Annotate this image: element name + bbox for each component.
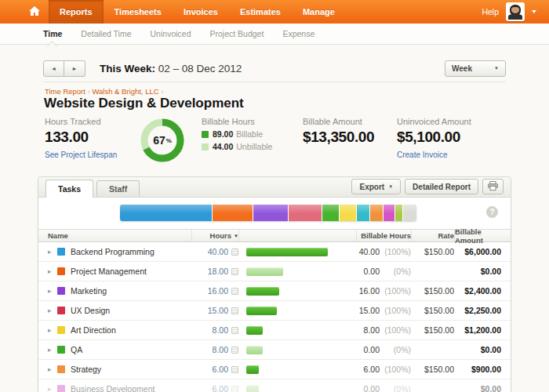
period-select[interactable]: Week ▼ xyxy=(445,60,506,77)
timesheet-note-icon[interactable] xyxy=(231,347,238,354)
timesheet-note-icon[interactable] xyxy=(231,327,238,334)
home-button[interactable] xyxy=(20,0,49,24)
rate-cell: $150.00 xyxy=(411,286,454,296)
unbillable-swatch-icon xyxy=(202,143,209,151)
topnav-item-invoices[interactable]: Invoices xyxy=(173,0,229,24)
hours-cell: 16.00 xyxy=(191,286,238,296)
expand-arrow-icon[interactable]: ▸ xyxy=(48,346,56,354)
expand-arrow-icon[interactable]: ▸ xyxy=(48,326,56,334)
subnav-item-time[interactable]: Time xyxy=(43,29,62,38)
timesheet-note-icon[interactable] xyxy=(231,366,238,373)
expand-arrow-icon[interactable]: ▸ xyxy=(48,267,56,275)
bar-segment[interactable] xyxy=(357,205,370,221)
hours-bar xyxy=(246,385,259,392)
chart-help-icon[interactable]: ? xyxy=(486,206,498,218)
table-row: ▸UX Design15.0015.00(100%)$150.00$2,250.… xyxy=(38,301,511,321)
billable-hours-value: 0.00 xyxy=(364,267,380,276)
next-week-button[interactable]: ► xyxy=(64,60,85,77)
header-divider xyxy=(43,82,506,82)
bar-segment[interactable] xyxy=(395,205,402,221)
bar-segment[interactable] xyxy=(384,205,395,221)
project-lifespan-link[interactable]: See Project Lifespan xyxy=(45,151,140,159)
user-avatar[interactable] xyxy=(506,2,525,21)
task-color-swatch-icon xyxy=(57,248,65,256)
amount-cell: $6,000.00 xyxy=(454,247,511,256)
column-rate[interactable]: Rate xyxy=(411,230,454,241)
bar-segment[interactable] xyxy=(340,205,357,221)
hours-cell: 8.00 xyxy=(191,325,238,335)
account-menu-caret-icon[interactable] xyxy=(532,10,536,13)
subnav-item-project-budget[interactable]: Project Budget xyxy=(209,29,264,38)
hours-value: 6.00 xyxy=(213,365,228,374)
billable-hours-value: 8.00 xyxy=(364,325,380,335)
task-color-swatch-icon xyxy=(57,385,65,392)
column-hours[interactable]: Hours ▼ xyxy=(191,230,238,241)
hours-value: 40.00 xyxy=(208,247,228,256)
bar-segment[interactable] xyxy=(120,205,213,221)
task-color-swatch-icon xyxy=(57,346,65,354)
billable-percent: (100%) xyxy=(380,365,411,374)
export-button[interactable]: Export ▼ xyxy=(351,179,401,194)
subnav-item-expense[interactable]: Expense xyxy=(282,29,314,38)
breadcrumb-link[interactable]: Walsh & Bright, LLC xyxy=(92,87,158,96)
task-color-swatch-icon xyxy=(57,326,65,334)
subnav-item-detailed-time[interactable]: Detailed Time xyxy=(81,29,131,38)
task-name: Marketing xyxy=(71,286,107,296)
column-billable-hours[interactable]: Billable Hours xyxy=(356,230,411,241)
amount-cell: $900.00 xyxy=(454,365,511,374)
amount-cell: $2,400.00 xyxy=(454,286,511,296)
task-name-cell: ▸QA xyxy=(38,345,191,354)
create-invoice-link[interactable]: Create Invoice xyxy=(397,151,521,159)
expand-arrow-icon[interactable]: ▸ xyxy=(48,248,56,256)
bar-segment[interactable] xyxy=(322,205,340,221)
bar-segment[interactable] xyxy=(213,205,254,221)
timesheet-note-icon[interactable] xyxy=(231,288,238,295)
tab-staff[interactable]: Staff xyxy=(96,180,140,197)
next-arrow-icon: ► xyxy=(72,66,78,71)
billable-hours-cell: 40.00(100%) xyxy=(356,247,411,256)
print-button[interactable] xyxy=(482,179,504,194)
billable-amount-value: $13,350.00 xyxy=(303,129,397,145)
task-name-cell: ▸Project Management xyxy=(38,267,191,276)
help-link[interactable]: Help xyxy=(482,7,499,16)
timesheet-note-icon[interactable] xyxy=(231,386,238,392)
bar-segment[interactable] xyxy=(253,205,289,221)
billable-swatch-icon xyxy=(202,131,209,138)
topnav-item-manage[interactable]: Manage xyxy=(292,0,346,24)
timesheet-note-icon[interactable] xyxy=(231,307,238,314)
breadcrumb-link[interactable]: Time Report xyxy=(45,87,85,96)
topnav-item-estimates[interactable]: Estimates xyxy=(229,0,292,24)
column-name[interactable]: Name xyxy=(38,231,191,240)
expand-arrow-icon[interactable]: ▸ xyxy=(48,287,56,295)
hours-cell: 15.00 xyxy=(191,306,238,315)
hours-value: 18.00 xyxy=(208,267,228,276)
amount-cell: $1,200.00 xyxy=(454,325,511,335)
amount-cell: $0.00 xyxy=(454,267,511,276)
expand-arrow-icon[interactable]: ▸ xyxy=(48,307,56,314)
export-caret-icon: ▼ xyxy=(388,184,393,189)
hours-cell: 8.00 xyxy=(191,345,238,354)
billable-amount-label: Billable Amount xyxy=(303,117,397,126)
unbillable-word: Unbillable xyxy=(236,142,272,151)
topnav-item-reports[interactable]: Reports xyxy=(49,0,104,24)
detailed-report-button[interactable]: Detailed Report xyxy=(405,179,478,194)
bar-segment[interactable] xyxy=(289,205,322,221)
previous-week-button[interactable]: ◄ xyxy=(43,60,64,77)
column-billable-amount[interactable]: Billable Amount xyxy=(454,230,511,241)
billable-amount-stat: Billable Amount $13,350.00 xyxy=(303,117,397,159)
bar-segment[interactable] xyxy=(370,205,384,221)
expand-arrow-icon[interactable]: ▸ xyxy=(48,385,56,392)
hours-value: 8.00 xyxy=(213,325,228,335)
task-name: Project Management xyxy=(71,267,147,276)
hours-value: 16.00 xyxy=(208,286,228,296)
expand-arrow-icon[interactable]: ▸ xyxy=(48,365,56,373)
topnav-item-timesheets[interactable]: Timesheets xyxy=(104,0,173,24)
bar-segment[interactable] xyxy=(403,205,416,221)
subnav-item-uninvoiced[interactable]: Uninvoiced xyxy=(151,29,191,38)
timesheet-note-icon[interactable] xyxy=(231,268,238,275)
timesheet-note-icon[interactable] xyxy=(231,249,238,256)
hours-cell: 6.00 xyxy=(191,384,238,392)
top-navigation: ReportsTimesheetsInvoicesEstimatesManage… xyxy=(0,0,549,24)
report-sub-navigation: TimeDetailed TimeUninvoicedProject Budge… xyxy=(0,24,549,45)
tab-tasks[interactable]: Tasks xyxy=(45,180,93,198)
